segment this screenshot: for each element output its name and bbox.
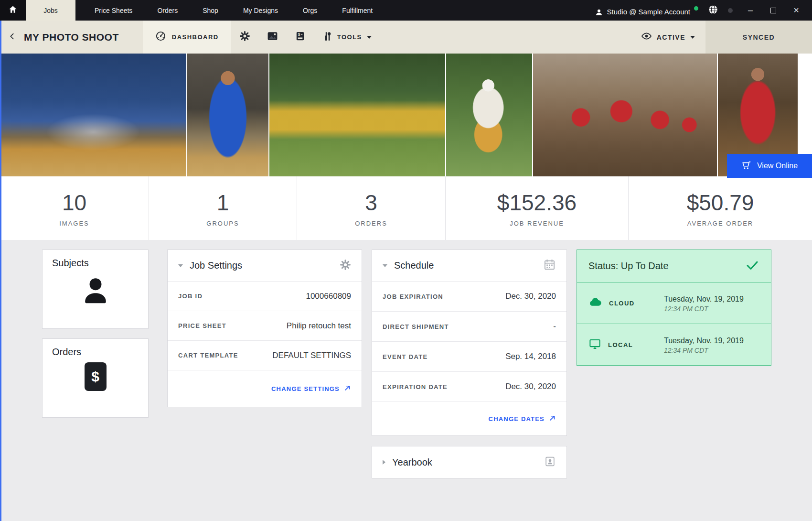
job-expiration-value: Dec. 30, 2020 — [505, 292, 556, 301]
close-button[interactable]: × — [788, 0, 804, 21]
yearbook-portrait-icon — [544, 456, 556, 469]
job-expiration-label: JOB EXPIRATION — [383, 293, 443, 300]
home-icon — [8, 5, 18, 16]
photo-strip — [0, 54, 812, 176]
photo-thumbnail-football-player[interactable] — [446, 54, 532, 176]
stat-images-value: 10 — [62, 192, 86, 214]
tab-jobs[interactable]: Jobs — [26, 0, 75, 21]
view-online-label: View Online — [757, 162, 798, 170]
orders-dollar-icon: $ — [52, 362, 139, 391]
account-menu[interactable]: Studio @ Sample Account — [595, 2, 699, 19]
cloud-icon — [588, 295, 602, 311]
stat-orders-value: 3 — [365, 192, 377, 214]
expiration-date-value: Dec. 30, 2020 — [505, 382, 556, 391]
sync-status-header: Status: Up To Date — [577, 250, 771, 282]
subjects-title: Subjects — [52, 258, 139, 269]
account-label: Studio @ Sample Account — [607, 7, 691, 17]
photo-thumbnail-football-team[interactable] — [269, 54, 445, 176]
expiration-date-label: EXPIRATION DATE — [383, 383, 448, 391]
stat-images-label: IMAGES — [59, 220, 89, 227]
local-sync-date: Tuesday, Nov. 19, 2019 — [664, 335, 744, 347]
nav-price-sheets[interactable]: Price Sheets — [95, 7, 132, 14]
nav-orders[interactable]: Orders — [157, 7, 178, 14]
photo-thumbnail-cheer-squad[interactable] — [533, 54, 717, 176]
yearbook-title: Yearbook — [392, 457, 432, 468]
job-settings-gear-icon[interactable] — [340, 259, 351, 272]
collapse-caret-icon — [383, 264, 387, 267]
job-toolbar: MY PHOTO SHOOT DASHBOARD $ TO — [0, 21, 812, 54]
nav-fulfillment[interactable]: Fulfillment — [342, 7, 373, 14]
cart-template-label: CART TEMPLATE — [178, 352, 238, 359]
photo-thumbnail-volleyball-team[interactable] — [0, 54, 186, 176]
visibility-caret-icon — [690, 36, 695, 39]
job-id-value: 1000660809 — [306, 292, 351, 301]
minimize-button[interactable]: – — [742, 0, 759, 21]
direct-shipment-value: - — [553, 322, 556, 331]
globe-button[interactable] — [708, 4, 718, 17]
external-arrow-icon — [344, 384, 351, 393]
schedule-card: Schedule JOB EXPIRATION Dec. 30, 2020 DI… — [372, 250, 567, 436]
orders-card[interactable]: Orders $ — [42, 338, 149, 418]
calendar-icon[interactable] — [543, 258, 556, 273]
cart-template-row: CART TEMPLATE DEFAULT SETTINGS — [168, 340, 362, 370]
minimize-icon: – — [748, 5, 753, 15]
tools-icon — [322, 31, 332, 43]
price-sheet-row: PRICE SHEET Philip retouch test — [168, 311, 362, 340]
nav-shop[interactable]: Shop — [203, 7, 218, 14]
cloud-sync-date: Tuesday, Nov. 19, 2019 — [664, 293, 744, 305]
tab-jobs-label: Jobs — [43, 7, 58, 14]
visibility-dropdown[interactable]: ACTIVE — [641, 21, 695, 54]
tools-menu[interactable]: TOOLS — [322, 21, 372, 54]
photo-thumbnail-volleyball-player[interactable] — [187, 54, 268, 176]
orders-title: Orders — [52, 347, 139, 358]
back-button[interactable] — [0, 21, 24, 54]
view-online-button[interactable]: View Online — [727, 154, 812, 178]
visibility-label: ACTIVE — [657, 33, 685, 41]
status-indicator-dot — [728, 8, 733, 13]
event-date-row: EVENT DATE Sep. 14, 2018 — [372, 341, 566, 371]
collapse-caret-icon — [178, 264, 183, 267]
images-button[interactable] — [259, 21, 287, 54]
cart-template-value: DEFAULT SETTINGS — [272, 351, 351, 360]
stats-bar: 10 IMAGES 1 GROUPS 3 ORDERS $152.36 JOB … — [0, 176, 812, 240]
price-sheet-label: PRICE SHEET — [178, 322, 226, 329]
stat-job-revenue: $152.36 JOB REVENUE — [445, 176, 628, 240]
yearbook-card[interactable]: Yearbook — [372, 446, 567, 478]
subjects-card[interactable]: Subjects — [42, 250, 149, 329]
stat-groups-value: 1 — [217, 192, 229, 214]
nav-my-designs[interactable]: My Designs — [243, 7, 278, 14]
cloud-sync-row: CLOUD Tuesday, Nov. 19, 2019 12:34 PM CD… — [577, 282, 771, 324]
tools-label: TOOLS — [337, 33, 362, 41]
close-icon: × — [793, 5, 799, 16]
job-settings-header[interactable]: Job Settings — [168, 250, 362, 281]
online-status-dot — [694, 6, 698, 11]
expand-caret-icon — [383, 460, 385, 465]
home-button[interactable] — [0, 0, 26, 21]
change-dates-link[interactable]: CHANGE DATES — [372, 402, 566, 435]
stat-job-revenue-value: $152.36 — [497, 192, 577, 214]
main-nav: Price Sheets Orders Shop My Designs Orgs… — [95, 0, 373, 21]
stat-groups-label: GROUPS — [206, 220, 239, 227]
maximize-icon — [770, 8, 776, 13]
stat-orders: 3 ORDERS — [297, 176, 445, 240]
synced-button[interactable]: SYNCED — [705, 21, 812, 54]
job-expiration-row: JOB EXPIRATION Dec. 30, 2020 — [372, 281, 566, 311]
price-sheet-button[interactable]: $ — [287, 21, 314, 54]
change-settings-link[interactable]: CHANGE SETTINGS — [168, 370, 362, 407]
stat-groups: 1 GROUPS — [149, 176, 297, 240]
stat-images: 10 IMAGES — [0, 176, 149, 240]
schedule-header[interactable]: Schedule — [372, 250, 566, 281]
app-window: Jobs Price Sheets Orders Shop My Designs… — [0, 0, 812, 521]
back-chevron-icon — [9, 31, 16, 43]
nav-orgs[interactable]: Orgs — [303, 7, 317, 14]
titlebar: Jobs Price Sheets Orders Shop My Designs… — [0, 0, 812, 21]
synced-label: SYNCED — [743, 33, 775, 41]
titlebar-right: Studio @ Sample Account – × — [595, 0, 812, 21]
job-settings-button[interactable] — [231, 21, 259, 54]
eye-icon — [641, 31, 652, 43]
event-date-label: EVENT DATE — [383, 353, 427, 360]
sync-status-title: Status: Up To Date — [588, 260, 669, 271]
maximize-button[interactable] — [765, 0, 781, 21]
tab-dashboard[interactable]: DASHBOARD — [143, 21, 231, 54]
cloud-sync-time: 12:34 PM CDT — [664, 305, 744, 313]
